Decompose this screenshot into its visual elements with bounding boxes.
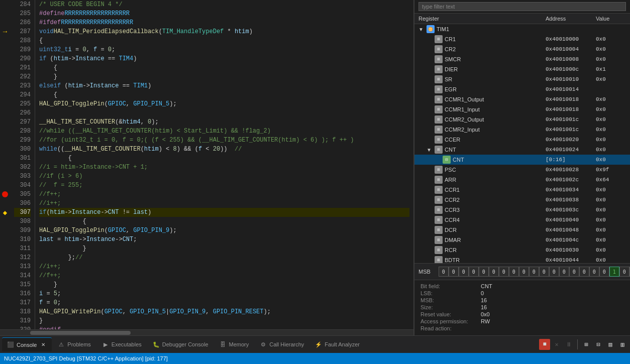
code-line[interactable]: HAL_GPIO_TogglePin(GPIOC, GPIO_PIN_9); [39, 226, 409, 235]
tab-problems-label: Problems [67, 341, 90, 347]
filter-input[interactable] [418, 2, 626, 11]
layout3-button[interactable]: ▤ [605, 339, 616, 350]
code-line[interactable]: #ifdef RRRRRRRRRRRRRRRRRRRR [39, 18, 409, 27]
code-line[interactable]: //for (uint32_t i = 0, f = 0;( (f < 255)… [39, 136, 409, 145]
code-line[interactable]: if(htim->Instance->CNT != last) [39, 208, 409, 217]
tab-executables-label: Executables [112, 341, 142, 347]
code-line[interactable]: //f++; [39, 271, 409, 280]
reg-item[interactable]: ⊞ RCR 0x40010030 0x0 [414, 245, 630, 255]
layout2-button[interactable]: ⊟ [593, 339, 604, 350]
code-line[interactable]: //f++; [39, 190, 409, 199]
reg-item[interactable]: ⊞ CR1 0x40010000 0x0 [414, 34, 630, 44]
breakpoint-indicator[interactable] [2, 191, 8, 197]
code-line[interactable]: uint32_t i = 0, f = 0; [39, 45, 409, 54]
reg-item[interactable]: ⊞ CCMR1_Input 0x40010018 0x0 [414, 104, 630, 114]
code-line[interactable] [39, 108, 409, 117]
code-line[interactable]: #endif [39, 325, 409, 329]
code-line[interactable]: //i++; [39, 199, 409, 208]
reg-item[interactable]: ⊞ ARR 0x4001002c 0x64 [414, 175, 630, 185]
code-line[interactable]: { [39, 217, 409, 226]
code-line[interactable]: { [39, 154, 409, 163]
reg-item[interactable]: ⊞ DMAR 0x4001004c 0x0 [414, 235, 630, 245]
code-line[interactable]: #define RRRRRRRRRRRRRRRRRR [39, 9, 409, 18]
scrollbar-thumb[interactable] [30, 331, 131, 335]
reg-item[interactable]: ⊞ PSC 0x40010028 0x9f [414, 165, 630, 175]
reg-item[interactable]: ⊞ SR 0x40010010 0x0 [414, 74, 630, 84]
reg-item[interactable]: ⊞ CCR2 0x40010038 0x0 [414, 195, 630, 205]
code-line[interactable]: //i++; [39, 262, 409, 271]
code-line[interactable]: //while ((__HAL_TIM_GET_COUNTER(htim) < … [39, 127, 409, 136]
code-line[interactable]: } [39, 280, 409, 289]
tab-console-close[interactable]: ✕ [40, 341, 47, 348]
code-line[interactable]: HAL_GPIO_WritePin(GPIOC, GPIO_PIN_5|GPIO… [39, 307, 409, 316]
reg-item[interactable]: ⊞ EGR 0x40010014 [414, 84, 630, 94]
gutter-row [0, 199, 10, 208]
code-line[interactable]: /* USER CODE BEGIN 4 */ [39, 0, 409, 9]
horizontal-scrollbar[interactable] [0, 329, 413, 335]
stop-button[interactable]: ■ [539, 339, 550, 350]
code-content[interactable]: /* USER CODE BEGIN 4 */#define RRRRRRRRR… [35, 0, 413, 329]
reg-item[interactable]: ▼ ⊞ CNT 0x40010024 0x0 [414, 145, 630, 155]
code-editor: →◆ 2842852862872882892902912922932942952… [0, 0, 414, 335]
layout1-button[interactable]: ⊞ [581, 339, 592, 350]
reg-item[interactable]: ⊞ CCR3 0x4001003c 0x0 [414, 205, 630, 215]
reg-subitem[interactable]: ⊟ CNT [0:16] 0x0 [414, 155, 630, 165]
code-line[interactable]: else if (htim->Instance == TIM1) [39, 81, 409, 90]
reg-addr: 0x40010000 [546, 36, 596, 42]
reg-val: 0x0 [596, 147, 626, 153]
tab-call-hierarchy[interactable]: ⚙ Call Hierarchy [255, 337, 309, 351]
code-line[interactable]: while((__HAL_TIM_GET_COUNTER(htim) < 8) … [39, 145, 409, 154]
code-line[interactable]: } [39, 72, 409, 81]
reg-val: 0x9f [596, 167, 626, 173]
register-list[interactable]: ▼ ♊ TIM1 ⊞ CR1 0x40010000 0x0 ⊞ CR2 0x40… [414, 24, 630, 263]
code-line[interactable]: { [39, 63, 409, 72]
reg-val: 0x0 [596, 36, 626, 42]
reg-item[interactable]: ⊞ BDTR 0x40010044 0x0 [414, 255, 630, 263]
line-number: 316 [14, 289, 31, 298]
line-number: 291 [14, 63, 31, 72]
reg-item[interactable]: ⊞ DIER 0x4001000c 0x1 [414, 64, 630, 74]
code-line[interactable]: { [39, 90, 409, 99]
disconnect-button[interactable]: ✕ [551, 339, 562, 350]
tab-debugger-console[interactable]: 🐛 Debugger Console [148, 337, 214, 351]
tab-console[interactable]: ⬛ Console ✕ [2, 337, 52, 351]
reg-item[interactable]: ⊞ SMCR 0x40010008 0x0 [414, 54, 630, 64]
reg-type-icon: ⊞ [435, 45, 443, 53]
code-line[interactable]: i = 5; [39, 289, 409, 298]
code-line[interactable]: //if (i > 6) [39, 172, 409, 181]
reg-item[interactable]: ⊞ CCMR2_Output 0x4001001c 0x0 [414, 114, 630, 125]
tab-problems[interactable]: ⚠ Problems [53, 337, 95, 351]
code-line[interactable]: last = htim->Instance->CNT; [39, 235, 409, 244]
code-line[interactable]: HAL_GPIO_TogglePin(GPIOC, GPIO_PIN_5); [39, 99, 409, 108]
gutter-row [0, 99, 10, 108]
code-line[interactable]: f = 0; [39, 298, 409, 307]
reg-item[interactable]: ⊞ CCR1 0x40010034 0x0 [414, 185, 630, 195]
tab-executables[interactable]: ▶ Executables [97, 337, 147, 351]
reg-item[interactable]: ⊞ CCER 0x40010020 0x0 [414, 135, 630, 145]
pause-button[interactable]: ⏸ [563, 339, 574, 350]
code-line[interactable]: __HAL_TIM_SET_COUNTER(&htim4, 0); [39, 117, 409, 127]
tab-fault-label: Fault Analyzer [325, 341, 360, 347]
code-line[interactable]: { [39, 36, 409, 45]
code-line[interactable]: //i = htim->Instance->CNT + 1; [39, 163, 409, 172]
code-line[interactable]: } [39, 244, 409, 253]
reg-item[interactable]: ⊞ CR2 0x40010004 0x0 [414, 44, 630, 54]
reg-group-header[interactable]: ▼ ♊ TIM1 [414, 24, 630, 34]
reg-item[interactable]: ⊞ CCR4 0x40010040 0x0 [414, 215, 630, 225]
reset-value: 0x0 [481, 311, 490, 317]
code-line[interactable]: if (htim->Instance == TIM4) [39, 54, 409, 63]
code-line[interactable]: } [39, 316, 409, 325]
code-line[interactable]: // f = 255; [39, 181, 409, 190]
tab-memory[interactable]: 🗄 Memory [215, 337, 254, 351]
code-line[interactable]: void HAL_TIM_PeriodElapsedCallback(TIM_H… [39, 27, 409, 36]
reg-addr: 0x40010030 [546, 247, 596, 253]
reg-item[interactable]: ⊞ CCMR2_Input 0x4001001c 0x0 [414, 125, 630, 135]
layout4-button[interactable]: ▥ [617, 339, 628, 350]
code-line[interactable]: };// [39, 253, 409, 262]
reg-item[interactable]: ⊞ DCR 0x40010048 0x0 [414, 225, 630, 235]
reg-item[interactable]: ⊞ CCMR1_Output 0x40010018 0x0 [414, 94, 630, 104]
reg-type-icon: ⊞ [435, 186, 443, 194]
status-bar: NUC429ZI_2703_SPI Debug [STM32 C/C++ App… [0, 353, 630, 364]
code-area[interactable]: →◆ 2842852862872882892902912922932942952… [0, 0, 413, 329]
tab-fault-analyzer[interactable]: ⚡ Fault Analyzer [310, 337, 365, 351]
